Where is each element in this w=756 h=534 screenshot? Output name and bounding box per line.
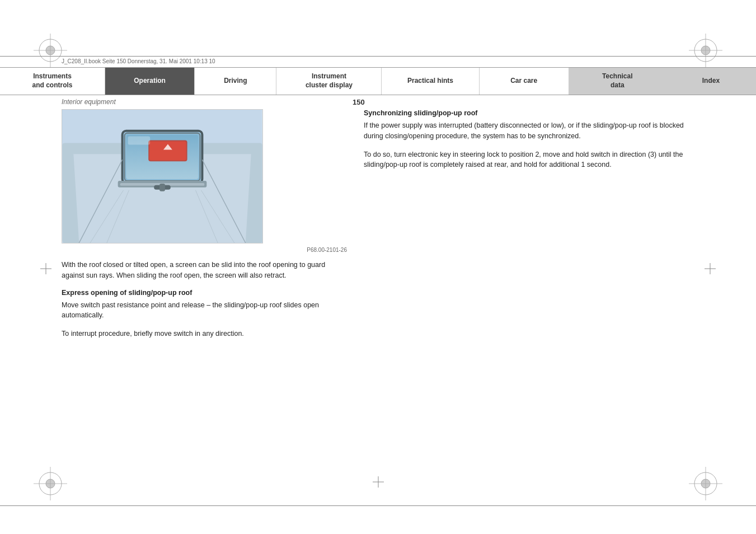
page-number: 150	[353, 98, 365, 106]
express-opening-heading: Express opening of sliding/pop-up roof	[62, 289, 347, 297]
top-divider	[0, 56, 756, 57]
corner-decoration-br	[689, 467, 722, 500]
image-caption: P68.00-2101-26	[62, 247, 347, 253]
synchronizing-paragraph2: To do so, turn electronic key in steerin…	[364, 149, 688, 171]
synchronizing-heading: Synchronizing sliding/pop-up roof	[364, 109, 688, 117]
express-opening-paragraph1: Move switch past resistance point and re…	[62, 300, 347, 321]
corner-decoration-bl	[34, 467, 67, 500]
file-info: J_C208_II.book Seite 150 Donnerstag, 31.…	[62, 58, 215, 64]
nav-technical-data[interactable]: Technical data	[569, 68, 666, 95]
nav-driving[interactable]: Driving	[195, 68, 276, 95]
bottom-divider	[0, 505, 756, 506]
corner-decoration-tr	[689, 34, 722, 67]
cross-mark-middle-right	[705, 263, 716, 276]
right-content: Synchronizing sliding/pop-up roof If the…	[364, 109, 688, 178]
nav-operation[interactable]: Operation	[105, 68, 195, 95]
section-title: Interior equipment	[62, 98, 116, 106]
cross-mark-middle-left	[40, 263, 51, 276]
car-image	[62, 109, 263, 243]
synchronizing-paragraph1: If the power supply was interrupted (bat…	[364, 120, 688, 142]
nav-practical-hints[interactable]: Practical hints	[382, 68, 479, 95]
intro-paragraph: With the roof closed or tilted open, a s…	[62, 260, 347, 281]
nav-index[interactable]: Index	[666, 68, 756, 95]
cross-mark-bottom-center	[373, 476, 384, 489]
svg-rect-43	[128, 137, 151, 145]
express-opening-paragraph2: To interrupt procedure, briefly move swi…	[62, 329, 347, 339]
nav-instrument-cluster[interactable]: Instrument cluster display	[276, 68, 382, 95]
svg-rect-42	[159, 184, 165, 191]
nav-instruments-controls[interactable]: Instruments and controls	[0, 68, 105, 95]
nav-car-care[interactable]: Car care	[480, 68, 569, 95]
navigation-bar: Instruments and controls Operation Drivi…	[0, 67, 756, 95]
left-content: P68.00-2101-26 With the roof closed or t…	[62, 109, 347, 347]
